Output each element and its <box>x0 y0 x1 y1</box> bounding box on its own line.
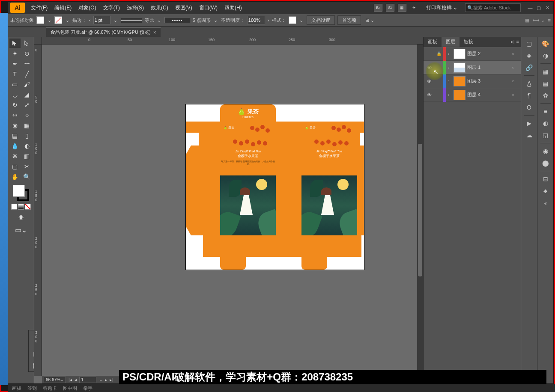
stock-button[interactable]: St <box>386 4 394 12</box>
arrange-button[interactable]: ▦ <box>398 4 406 12</box>
stock-search[interactable]: 🔍 搜索 Adobe Stock <box>465 3 521 12</box>
fill-color[interactable] <box>13 185 25 197</box>
paragraph-icon[interactable]: ¶ <box>523 90 535 101</box>
classroom-tab[interactable]: 画板 <box>12 385 21 392</box>
stroke-swatch[interactable] <box>54 16 62 24</box>
layers-icon[interactable]: ◈ <box>523 50 535 61</box>
expand-icon[interactable]: › <box>446 79 452 83</box>
fill-swatch[interactable] <box>36 16 44 24</box>
artboard-tool[interactable]: ▢ <box>9 162 21 171</box>
classroom-tab[interactable]: 签到 <box>27 385 37 392</box>
expand-icon[interactable]: › <box>446 65 452 70</box>
panel-collapse-icon[interactable]: ▸| <box>511 39 515 45</box>
menu-help[interactable]: 帮助(H) <box>221 4 245 12</box>
type-tool[interactable]: T <box>9 69 21 79</box>
last-artboard-button[interactable]: ▸| <box>110 377 113 382</box>
eraser-tool[interactable]: ◢ <box>21 90 33 99</box>
blend-tool[interactable]: ◐ <box>21 141 33 151</box>
tab-links[interactable]: 链接 <box>460 37 477 47</box>
graph-tool[interactable]: ▥ <box>21 151 33 161</box>
scale-tool[interactable]: ⤢ <box>21 100 33 110</box>
layer-name[interactable]: 图层 1 <box>467 64 509 71</box>
mesh-tool[interactable]: ▤ <box>9 131 21 140</box>
brushes-icon[interactable]: ▤ <box>540 78 552 89</box>
pen-tool[interactable]: ✒ <box>9 59 21 68</box>
color-mode-none[interactable] <box>25 204 31 210</box>
menu-edit[interactable]: 编辑(E) <box>51 4 75 12</box>
free-transform-tool[interactable]: ⟐ <box>21 110 33 120</box>
layer-row[interactable]: 👁 › 图层 3 ○ <box>424 74 521 88</box>
symbol-sprayer-tool[interactable]: ❋ <box>9 151 21 161</box>
visibility-toggle[interactable]: 👁 <box>424 65 435 70</box>
eyedropper-tool[interactable]: 💧 <box>9 141 21 151</box>
document-tab[interactable]: 食品包装 刀版.ai* @ 66.67% (CMYK/GPU 预览) × <box>46 27 161 37</box>
lasso-tool[interactable]: ⊙ <box>21 49 33 58</box>
shape-builder-tool[interactable]: ◉ <box>9 121 21 130</box>
appearance-icon[interactable]: ◉ <box>540 146 552 156</box>
ruler-horizontal[interactable]: 0 50 100 150 200 250 300 <box>42 37 423 45</box>
minimize-button[interactable]: — <box>527 5 534 11</box>
stroke-stepper-down[interactable]: ‹ <box>89 18 91 23</box>
color-mode-gradient[interactable] <box>18 204 24 210</box>
target-icon[interactable]: ○ <box>509 79 517 83</box>
selection-tool[interactable] <box>9 39 21 48</box>
bridge-button[interactable]: Br <box>374 4 382 12</box>
color-guide-icon[interactable]: ◑ <box>540 50 552 61</box>
swatches-icon[interactable]: ▦ <box>540 66 552 77</box>
slice-tool[interactable]: ✂ <box>21 162 33 171</box>
rotate-tool[interactable]: ↻ <box>9 100 21 110</box>
menu-text[interactable]: 文字(T) <box>100 4 123 12</box>
canvas[interactable]: 🍐 果茶 Fruit tea Jin YingZi Fruit <box>42 45 423 376</box>
close-button[interactable]: ✕ <box>544 5 551 11</box>
menu-window[interactable]: 窗口(W) <box>196 4 221 12</box>
cc-libraries-icon[interactable]: ☁ <box>523 130 535 140</box>
opacity-input[interactable] <box>247 16 265 24</box>
workspace-selector[interactable]: 打印和校样 ⌄ <box>422 4 462 12</box>
artboard-dropdown[interactable]: ⌄ <box>99 377 102 382</box>
screen-mode[interactable]: ▭⌄ <box>15 226 27 234</box>
layer-row[interactable]: 👁 › 图层 1 ○ <box>424 61 521 74</box>
classroom-tab[interactable]: 举手 <box>83 385 92 392</box>
shaper-tool[interactable]: ◡ <box>9 90 21 99</box>
ruler-vertical[interactable]: 0 50 100 150 200 250 300 <box>34 45 42 376</box>
gradient-panel-icon[interactable]: ◐ <box>540 118 552 128</box>
align-icon[interactable]: ⊟ <box>540 174 552 184</box>
graphic-styles-icon[interactable]: ⬤ <box>540 158 552 168</box>
brush-preview[interactable] <box>164 17 190 23</box>
artboard-number[interactable]: 1 <box>79 377 96 383</box>
expand-icon[interactable]: › <box>446 52 452 56</box>
ruler-origin[interactable] <box>34 37 42 45</box>
line-tool[interactable]: ╱ <box>21 69 33 79</box>
color-mode-solid[interactable] <box>11 204 17 210</box>
visibility-toggle[interactable]: 👁 <box>424 92 435 98</box>
menu-view[interactable]: 视图(V) <box>172 4 196 12</box>
menu-object[interactable]: 对象(O) <box>75 4 99 12</box>
magic-wand-tool[interactable]: ✦ <box>9 49 21 58</box>
stroke-weight-input[interactable] <box>93 16 110 24</box>
snap-icon[interactable]: ⟼ ⌄ <box>533 18 545 23</box>
layer-row[interactable]: 👁 › 图层 4 ○ <box>424 88 521 102</box>
prefs-button[interactable]: 首选项 <box>337 15 361 25</box>
scrollbar-vertical[interactable] <box>417 45 423 376</box>
layer-name[interactable]: 图层 2 <box>467 50 509 57</box>
next-artboard-button[interactable]: ▸ <box>105 377 107 382</box>
target-icon[interactable]: ○ <box>509 92 517 97</box>
fill-stroke-control[interactable] <box>12 184 30 202</box>
paintbrush-tool[interactable]: 🖌 <box>21 80 33 89</box>
layer-name[interactable]: 图层 3 <box>467 78 509 84</box>
fill-dropdown[interactable]: ⌄ <box>47 16 52 24</box>
expand-icon[interactable]: › <box>446 93 452 97</box>
menu-select[interactable]: 选择(S) <box>123 4 147 12</box>
lock-icon[interactable]: 🔒 <box>435 51 443 56</box>
transform-icon[interactable]: ⟐ <box>540 198 552 208</box>
direct-selection-tool[interactable] <box>21 39 33 48</box>
zoom-level[interactable]: 66.67% ⌄ <box>44 377 66 383</box>
actions-icon[interactable]: ▶ <box>523 118 535 128</box>
draw-mode[interactable]: ◉ <box>15 212 27 222</box>
opacity-stepper[interactable]: › <box>268 18 269 23</box>
first-artboard-button[interactable]: |◂ <box>69 377 72 382</box>
stroke-weight-dropdown[interactable]: ⌄ <box>113 16 118 24</box>
gradient-tool[interactable]: ▯ <box>21 131 33 140</box>
layer-row[interactable]: 🔒 › 图层 2 ○ <box>424 47 521 61</box>
grid-icon[interactable]: ▦ <box>525 18 529 23</box>
